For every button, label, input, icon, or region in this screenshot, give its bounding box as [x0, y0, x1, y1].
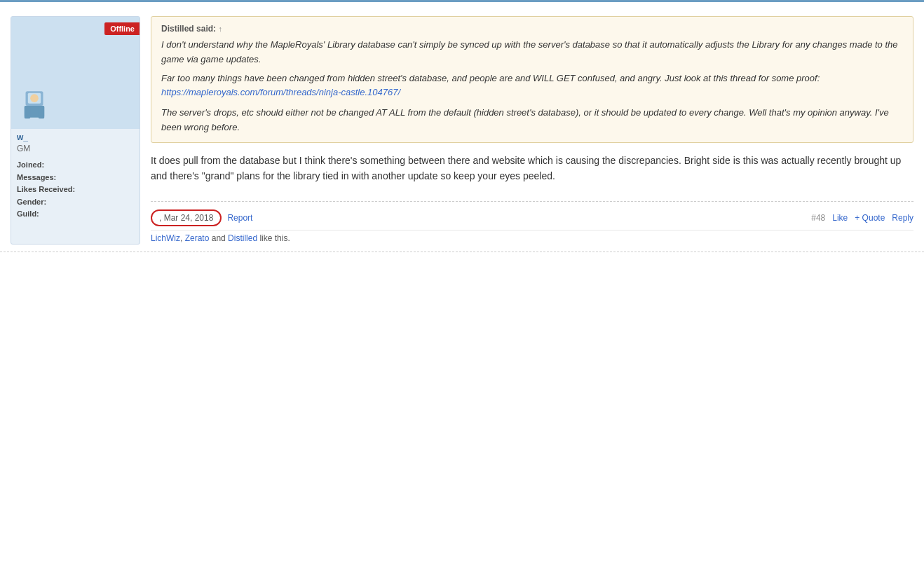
post-content: Distilled said: ↑ I don't understand why… — [151, 16, 913, 245]
avatar-area: Offline — [11, 17, 140, 129]
gender-label: Gender: — [17, 198, 46, 206]
page-wrapper: Offline w_ GM Joined: Messages: Likes Re… — [0, 0, 924, 585]
messages-label: Messages: — [17, 173, 56, 181]
quote-said-label: said: — [196, 24, 216, 34]
likes-received-row: Likes Received: — [17, 184, 134, 196]
username-row: w_ — [11, 129, 140, 144]
post-container: Offline w_ GM Joined: Messages: Likes Re… — [0, 9, 924, 252]
quote-arrow: ↑ — [218, 25, 222, 33]
like-button[interactable]: Like — [832, 213, 848, 223]
user-title: GM — [11, 144, 140, 157]
post-sidebar: Offline w_ GM Joined: Messages: Likes Re… — [11, 16, 140, 245]
avatar-icon — [17, 88, 52, 123]
joined-row: Joined: — [17, 159, 134, 172]
gender-row: Gender: — [17, 196, 134, 209]
post-number: #48 — [811, 213, 825, 223]
offline-badge: Offline — [104, 22, 140, 35]
post-body: It does pull from the database but I thi… — [151, 153, 913, 184]
quote-text: I don't understand why the MapleRoyals' … — [161, 38, 903, 135]
report-link[interactable]: Report — [227, 213, 252, 223]
user-meta: Joined: Messages: Likes Received: Gender… — [11, 157, 140, 223]
quote-author[interactable]: Distilled — [161, 24, 194, 34]
guild-label: Guild: — [17, 209, 39, 218]
post-report: Report — [227, 213, 252, 223]
svg-rect-4 — [25, 106, 30, 118]
quote-block: Distilled said: ↑ I don't understand why… — [151, 16, 913, 143]
likes-user2[interactable]: Zerato — [185, 233, 210, 243]
post-divider — [151, 201, 913, 202]
likes-user3[interactable]: Distilled — [228, 233, 257, 243]
quote-paragraph3: The server's drops, etc should either no… — [161, 106, 903, 135]
likes-suffix: like this. — [259, 233, 290, 243]
quote-paragraph1: I don't understand why the MapleRoyals' … — [161, 38, 903, 67]
reply-button[interactable]: Reply — [892, 213, 913, 223]
post-footer: , Mar 24, 2018 Report #48 Like + Quote R… — [151, 206, 913, 228]
username[interactable]: w_ — [17, 132, 28, 142]
guild-row: Guild: — [17, 208, 134, 221]
likes-received-label: Likes Received: — [17, 185, 75, 193]
likes-user1[interactable]: LichWiz — [151, 233, 180, 243]
likes-row: LichWiz, Zerato and Distilled like this. — [151, 230, 913, 245]
quote-header: Distilled said: ↑ — [161, 24, 903, 34]
post-footer-left: , Mar 24, 2018 Report — [151, 209, 252, 226]
svg-rect-5 — [39, 106, 44, 118]
svg-point-2 — [30, 94, 39, 102]
post-date[interactable]: , Mar 24, 2018 — [151, 209, 222, 226]
messages-row: Messages: — [17, 172, 134, 184]
quote-paragraph2: Far too many things have been changed fr… — [161, 71, 903, 101]
post-footer-right: #48 Like + Quote Reply — [811, 213, 913, 223]
quote-button[interactable]: + Quote — [855, 213, 885, 223]
joined-label: Joined: — [17, 160, 44, 169]
quote-link[interactable]: https://mapleroyals.com/forum/threads/ni… — [161, 87, 400, 97]
